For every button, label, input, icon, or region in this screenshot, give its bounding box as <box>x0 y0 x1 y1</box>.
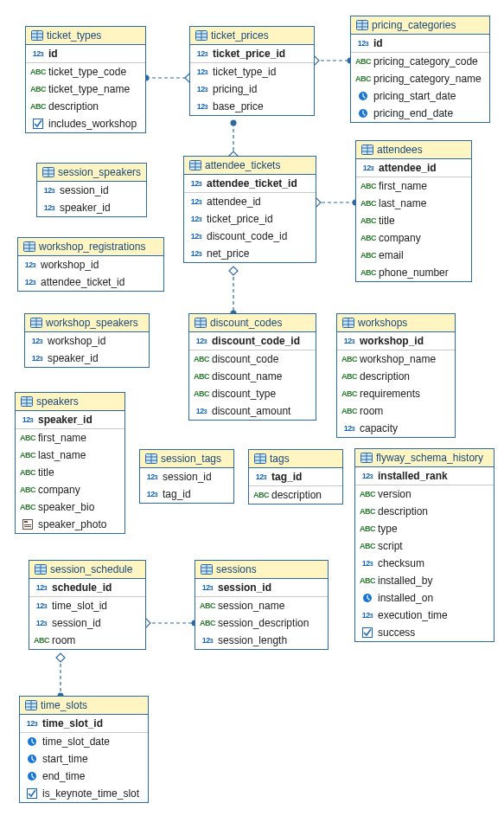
column-pricing_id[interactable]: 123pricing_id <box>190 80 314 98</box>
column-pricing_category_code[interactable]: ABCpricing_category_code <box>351 53 489 70</box>
column-pricing_category_name[interactable]: ABCpricing_category_name <box>351 70 489 87</box>
entity-sessions[interactable]: sessions123session_idABCsession_nameABCs… <box>195 560 329 650</box>
column-start_time[interactable]: start_time <box>20 750 148 768</box>
entity-header[interactable]: session_speakers <box>37 164 146 182</box>
column-workshop_name[interactable]: ABCworkshop_name <box>337 350 455 368</box>
column-discount_code_id[interactable]: 123discount_code_id <box>189 332 316 350</box>
column-company[interactable]: ABCcompany <box>16 481 124 498</box>
entity-workshop_registrations[interactable]: workshop_registrations123workshop_id123a… <box>17 237 164 292</box>
column-checksum[interactable]: 123checksum <box>355 555 494 572</box>
entity-header[interactable]: attendees <box>356 141 471 159</box>
column-speaker_bio[interactable]: ABCspeaker_bio <box>16 498 124 516</box>
entity-ticket_prices[interactable]: ticket_prices123ticket_price_id123ticket… <box>189 26 315 116</box>
column-title[interactable]: ABCtitle <box>356 212 471 229</box>
column-time_slot_date[interactable]: time_slot_date <box>20 733 148 750</box>
column-attendee_ticket_id[interactable]: 123attendee_ticket_id <box>18 273 163 291</box>
entity-workshop_speakers[interactable]: workshop_speakers123workshop_id123speake… <box>24 313 150 368</box>
entity-header[interactable]: session_schedule <box>29 561 145 579</box>
column-tag_id[interactable]: 123tag_id <box>140 485 233 503</box>
column-company[interactable]: ABCcompany <box>356 229 471 247</box>
column-first_name[interactable]: ABCfirst_name <box>356 177 471 195</box>
entity-header[interactable]: sessions <box>195 561 328 579</box>
column-session_length[interactable]: 123session_length <box>195 632 328 649</box>
column-net_price[interactable]: 123net_price <box>184 245 316 262</box>
column-ticket_type_code[interactable]: ABCticket_type_code <box>26 63 145 80</box>
column-installed_on[interactable]: installed_on <box>355 589 494 607</box>
entity-discount_codes[interactable]: discount_codes123discount_code_idABCdisc… <box>188 313 316 421</box>
column-title[interactable]: ABCtitle <box>16 464 124 481</box>
column-capacity[interactable]: 123capacity <box>337 420 455 437</box>
column-phone_number[interactable]: ABCphone_number <box>356 264 471 281</box>
column-session_name[interactable]: ABCsession_name <box>195 597 328 614</box>
entity-header[interactable]: pricing_categories <box>351 16 489 35</box>
entity-header[interactable]: session_tags <box>140 450 233 468</box>
column-ticket_price_id[interactable]: 123ticket_price_id <box>190 45 314 62</box>
column-attendee_ticket_id[interactable]: 123attendee_ticket_id <box>184 175 316 192</box>
column-discount_name[interactable]: ABCdiscount_name <box>189 368 316 385</box>
column-room[interactable]: ABCroom <box>29 632 145 649</box>
column-discount_code_id[interactable]: 123discount_code_id <box>184 228 316 245</box>
entity-header[interactable]: workshops <box>337 314 455 332</box>
column-ticket_type_id[interactable]: 123ticket_type_id <box>190 63 314 80</box>
entity-header[interactable]: ticket_types <box>26 27 145 45</box>
column-schedule_id[interactable]: 123schedule_id <box>29 579 145 596</box>
column-session_id[interactable]: 123session_id <box>140 468 233 485</box>
column-pricing_start_date[interactable]: pricing_start_date <box>351 87 489 105</box>
column-session_description[interactable]: ABCsession_description <box>195 614 328 632</box>
column-speaker_id[interactable]: 123speaker_id <box>25 350 149 367</box>
column-session_id[interactable]: 123session_id <box>29 614 145 632</box>
entity-time_slots[interactable]: time_slots123time_slot_idtime_slot_dates… <box>19 696 149 803</box>
column-description[interactable]: ABCdescription <box>26 98 145 115</box>
column-speaker_id[interactable]: 123speaker_id <box>37 199 146 216</box>
column-workshop_id[interactable]: 123workshop_id <box>25 332 149 350</box>
column-room[interactable]: ABCroom <box>337 402 455 420</box>
column-workshop_id[interactable]: 123workshop_id <box>337 332 455 350</box>
entity-tags[interactable]: tags123tag_idABCdescription <box>248 449 343 504</box>
entity-header[interactable]: time_slots <box>20 697 148 715</box>
column-workshop_id[interactable]: 123workshop_id <box>18 256 163 273</box>
column-ticket_price_id[interactable]: 123ticket_price_id <box>184 210 316 228</box>
entity-header[interactable]: attendee_tickets <box>184 157 316 175</box>
column-attendee_id[interactable]: 123attendee_id <box>184 193 316 210</box>
column-requirements[interactable]: ABCrequirements <box>337 385 455 402</box>
column-execution_time[interactable]: 123execution_time <box>355 607 494 624</box>
entity-header[interactable]: discount_codes <box>189 314 316 332</box>
column-ticket_type_name[interactable]: ABCticket_type_name <box>26 80 145 98</box>
column-session_id[interactable]: 123session_id <box>195 579 328 596</box>
column-description[interactable]: ABCdescription <box>249 486 342 504</box>
entity-header[interactable]: workshop_speakers <box>25 314 149 332</box>
entity-session_tags[interactable]: session_tags123session_id123tag_id <box>139 449 234 504</box>
column-discount_amount[interactable]: 123discount_amount <box>189 402 316 420</box>
entity-flyway_schema_history[interactable]: flyway_schema_history123installed_rankAB… <box>354 448 494 642</box>
column-script[interactable]: ABCscript <box>355 537 494 555</box>
column-last_name[interactable]: ABClast_name <box>16 447 124 464</box>
column-speaker_id[interactable]: 123speaker_id <box>16 411 124 428</box>
column-id[interactable]: 123id <box>26 45 145 62</box>
column-session_id[interactable]: 123session_id <box>37 182 146 199</box>
entity-pricing_categories[interactable]: pricing_categories123idABCpricing_catego… <box>350 16 490 123</box>
entity-workshops[interactable]: workshops123workshop_idABCworkshop_nameA… <box>336 313 456 438</box>
entity-attendees[interactable]: attendees123attendee_idABCfirst_nameABCl… <box>355 140 472 282</box>
entity-session_speakers[interactable]: session_speakers123session_id123speaker_… <box>36 163 147 217</box>
column-tag_id[interactable]: 123tag_id <box>249 468 342 485</box>
column-version[interactable]: ABCversion <box>355 485 494 503</box>
column-success[interactable]: success <box>355 624 494 641</box>
column-attendee_id[interactable]: 123attendee_id <box>356 159 471 177</box>
column-first_name[interactable]: ABCfirst_name <box>16 429 124 447</box>
entity-speakers[interactable]: speakers123speaker_idABCfirst_nameABClas… <box>15 392 125 534</box>
column-end_time[interactable]: end_time <box>20 768 148 785</box>
column-email[interactable]: ABCemail <box>356 247 471 264</box>
column-description[interactable]: ABCdescription <box>355 503 494 520</box>
column-speaker_photo[interactable]: speaker_photo <box>16 516 124 533</box>
column-is_keynote_time_slot[interactable]: is_keynote_time_slot <box>20 785 148 802</box>
entity-session_schedule[interactable]: session_schedule123schedule_id123time_sl… <box>29 560 146 650</box>
column-base_price[interactable]: 123base_price <box>190 98 314 115</box>
entity-header[interactable]: flyway_schema_history <box>355 449 494 467</box>
column-installed_rank[interactable]: 123installed_rank <box>355 467 494 485</box>
column-includes_workshop[interactable]: includes_workshop <box>26 115 145 132</box>
column-time_slot_id[interactable]: 123time_slot_id <box>29 597 145 614</box>
column-installed_by[interactable]: ABCinstalled_by <box>355 572 494 589</box>
column-last_name[interactable]: ABClast_name <box>356 195 471 212</box>
entity-header[interactable]: ticket_prices <box>190 27 314 45</box>
column-time_slot_id[interactable]: 123time_slot_id <box>20 715 148 732</box>
